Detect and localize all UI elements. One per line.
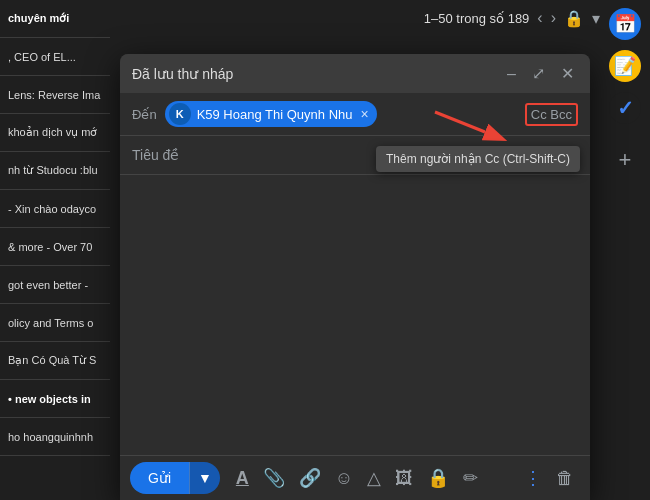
calendar-icon[interactable]: 📅 <box>609 8 641 40</box>
modal-header: Đã lưu thư nháp – ⤢ ✕ <box>120 54 590 93</box>
to-field: Đến K K59 Hoang Thi Quynh Nhu × Cc Bcc <box>120 93 590 136</box>
cc-tooltip: Thêm người nhận Cc (Ctrl-Shift-C) <box>376 146 580 172</box>
list-item[interactable]: , CEO of EL... <box>0 38 110 76</box>
lock-icon[interactable]: 🔒 <box>564 9 584 28</box>
list-item[interactable]: chuyên mới <box>0 0 110 38</box>
email-body[interactable] <box>120 175 590 455</box>
tasks-icon[interactable]: ✓ <box>609 92 641 124</box>
close-button[interactable]: ✕ <box>557 62 578 85</box>
list-item[interactable]: • new objects in <box>0 380 110 418</box>
minimize-button[interactable]: – <box>503 63 520 85</box>
list-item[interactable]: Bạn Có Quà Từ S <box>0 342 110 380</box>
recipient-chip[interactable]: K K59 Hoang Thi Quynh Nhu × <box>165 101 377 127</box>
to-label: Đến <box>132 107 157 122</box>
dropdown-icon[interactable]: ▾ <box>592 9 600 28</box>
modal-title: Đã lưu thư nháp <box>132 66 233 82</box>
list-item[interactable]: khoản dịch vụ mớ <box>0 114 110 152</box>
list-item[interactable]: nh từ Studocu :blu <box>0 152 110 190</box>
recipient-name: K59 Hoang Thi Quynh Nhu <box>197 107 353 122</box>
recipient-avatar: K <box>169 103 191 125</box>
prev-page-icon[interactable]: ‹ <box>537 9 542 27</box>
pagination-text: 1–50 trong số 189 <box>424 11 530 26</box>
lock-icon[interactable]: 🔒 <box>421 463 455 493</box>
cc-bcc-area: Cc Bcc <box>525 103 578 126</box>
send-button-group: Gửi ▼ <box>130 462 220 494</box>
list-item[interactable]: Lens: Reverse Ima <box>0 76 110 114</box>
insert-link-icon[interactable]: 🔗 <box>293 463 327 493</box>
list-item[interactable]: olicy and Terms o <box>0 304 110 342</box>
more-options-icon[interactable]: ⋮ <box>518 463 548 493</box>
list-item[interactable]: ho hoangquinhnh <box>0 418 110 456</box>
drive-icon[interactable]: △ <box>361 463 387 493</box>
modal-controls: – ⤢ ✕ <box>503 62 578 85</box>
next-page-icon[interactable]: › <box>551 9 556 27</box>
gmail-background: 1–50 trong số 189 ‹ › 🔒 ▾ chuyên mới , C… <box>0 0 650 500</box>
attach-file-icon[interactable]: 📎 <box>257 463 291 493</box>
add-app-icon[interactable]: + <box>609 144 641 176</box>
compose-modal: Đã lưu thư nháp – ⤢ ✕ Đến K K59 Hoang Th… <box>120 54 590 500</box>
remove-recipient-button[interactable]: × <box>361 106 369 122</box>
cc-bcc-button[interactable]: Cc Bcc <box>525 103 578 126</box>
maximize-button[interactable]: ⤢ <box>528 62 549 85</box>
pagination: 1–50 trong số 189 ‹ › 🔒 ▾ <box>424 9 600 28</box>
notes-icon[interactable]: 📝 <box>609 50 641 82</box>
emoji-icon[interactable]: ☺ <box>329 464 359 493</box>
subject-placeholder: Tiêu đề <box>132 147 179 163</box>
email-list: chuyên mới , CEO of EL... Lens: Reverse … <box>0 0 110 500</box>
insert-image-icon[interactable]: 🖼 <box>389 464 419 493</box>
sidebar-right: 📅 📝 ✓ + <box>600 0 650 500</box>
discard-button[interactable]: 🗑 <box>550 464 580 493</box>
send-button[interactable]: Gửi <box>130 462 189 494</box>
list-item[interactable]: & more - Over 70 <box>0 228 110 266</box>
list-item[interactable]: got even better - <box>0 266 110 304</box>
send-dropdown-button[interactable]: ▼ <box>189 462 220 494</box>
bottom-toolbar: Gửi ▼ A 📎 🔗 ☺ △ 🖼 🔒 ✏ ⋮ 🗑 <box>120 455 590 500</box>
format-text-icon[interactable]: A <box>230 464 255 493</box>
list-item[interactable]: - Xin chào odayco <box>0 190 110 228</box>
signature-icon[interactable]: ✏ <box>457 463 484 493</box>
